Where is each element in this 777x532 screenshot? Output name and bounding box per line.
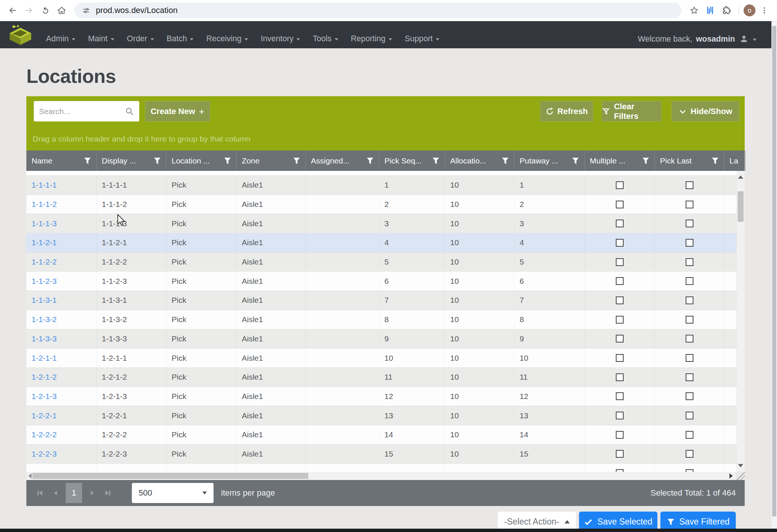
page-size-dropdown[interactable]: 500	[132, 483, 214, 503]
multiple-checkbox[interactable]	[616, 469, 624, 472]
table-row[interactable]: 1-1-2-11-1-2-1PickAisle14104	[26, 233, 737, 253]
pick-last-checkbox[interactable]	[686, 335, 693, 343]
scroll-up-arrow-icon[interactable]	[738, 175, 743, 179]
next-page-button[interactable]	[84, 485, 100, 501]
vertical-scrollbar[interactable]	[737, 171, 745, 472]
create-new-button[interactable]: Create New +	[145, 101, 210, 121]
previous-page-button[interactable]	[48, 485, 64, 501]
column-header[interactable]: Allocatio...	[445, 150, 514, 171]
pick-last-checkbox[interactable]	[686, 296, 693, 304]
table-row[interactable]: 1-1-3-21-1-3-2PickAisle18108	[26, 310, 737, 330]
table-row[interactable]	[26, 464, 737, 472]
last-page-button[interactable]	[100, 485, 116, 501]
pick-last-checkbox[interactable]	[686, 220, 693, 227]
page-scrollbar[interactable]	[771, 21, 777, 532]
column-header[interactable]: Pick Last	[655, 150, 724, 171]
vertical-scrollbar-thumb[interactable]	[738, 191, 744, 222]
nav-menu-item[interactable]: Order	[127, 34, 154, 45]
filter-funnel-icon[interactable]	[366, 157, 374, 165]
location-link[interactable]: 1-1-3-1	[32, 296, 57, 305]
filter-funnel-icon[interactable]	[84, 157, 91, 165]
search-icon[interactable]	[125, 107, 134, 116]
horizontal-scrollbar[interactable]	[26, 472, 745, 480]
filter-funnel-icon[interactable]	[293, 157, 300, 165]
column-header[interactable]: La	[724, 150, 745, 171]
forward-icon[interactable]	[22, 3, 36, 18]
horizontal-scrollbar-thumb[interactable]	[32, 473, 308, 479]
location-link[interactable]: 1-2-2-2	[32, 430, 57, 439]
reload-icon[interactable]	[38, 3, 53, 18]
location-link[interactable]: 1-1-2-2	[32, 257, 57, 266]
table-row[interactable]: 1-1-3-11-1-3-1PickAisle17107	[26, 291, 737, 310]
location-link[interactable]: 1-1-2-1	[32, 238, 57, 247]
pick-last-checkbox[interactable]	[686, 392, 693, 400]
filter-funnel-icon[interactable]	[153, 157, 161, 165]
site-info-icon[interactable]	[82, 6, 91, 15]
column-header[interactable]: Pick Seq...	[379, 150, 445, 171]
pick-last-checkbox[interactable]	[686, 201, 693, 208]
location-link[interactable]: 1-2-2-1	[32, 411, 57, 420]
location-link[interactable]: 1-1-2-3	[32, 277, 57, 286]
nav-menu-item[interactable]: Batch	[167, 34, 194, 45]
url-bar[interactable]: prod.wos.dev/Location	[74, 3, 682, 18]
location-link[interactable]: 1-1-1-3	[32, 219, 57, 228]
scroll-left-arrow-icon[interactable]	[28, 473, 32, 479]
multiple-checkbox[interactable]	[616, 181, 624, 189]
location-link[interactable]: 1-2-1-1	[32, 354, 57, 363]
filter-funnel-icon[interactable]	[432, 157, 440, 165]
column-header[interactable]: Name	[26, 150, 97, 171]
table-row[interactable]: 1-2-1-21-2-1-2PickAisle1111011	[26, 368, 737, 387]
menu-kebab-icon[interactable]	[757, 3, 772, 18]
column-header[interactable]: Putaway ...	[514, 150, 585, 171]
multiple-checkbox[interactable]	[616, 277, 624, 285]
filter-funnel-icon[interactable]	[224, 157, 231, 165]
multiple-checkbox[interactable]	[616, 258, 624, 266]
back-icon[interactable]	[5, 3, 20, 18]
nav-menu-item[interactable]: Support	[405, 34, 439, 45]
extension-n-icon[interactable]	[703, 3, 718, 18]
multiple-checkbox[interactable]	[616, 201, 624, 208]
refresh-button[interactable]: Refresh	[540, 101, 593, 121]
user-menu-caret-icon[interactable]	[753, 39, 757, 41]
nav-menu-item[interactable]: Reporting	[351, 34, 392, 45]
nav-menu-item[interactable]: Inventory	[261, 34, 300, 45]
table-row[interactable]: 1-1-2-21-1-2-2PickAisle15105	[26, 253, 737, 272]
nav-menu-item[interactable]: Tools	[313, 34, 338, 45]
clear-filters-button[interactable]: Clear Filters	[602, 101, 661, 121]
page-scrollbar-thumb[interactable]	[772, 26, 776, 516]
table-row[interactable]: 1-2-2-11-2-2-1PickAisle1131013	[26, 406, 737, 425]
extensions-puzzle-icon[interactable]	[719, 3, 734, 18]
current-page-button[interactable]: 1	[66, 483, 82, 503]
multiple-checkbox[interactable]	[616, 392, 624, 400]
multiple-checkbox[interactable]	[616, 239, 624, 247]
pick-last-checkbox[interactable]	[686, 469, 693, 472]
column-header[interactable]: Display ...	[97, 150, 166, 171]
multiple-checkbox[interactable]	[616, 373, 624, 381]
hide-show-button[interactable]: Hide/Show	[672, 101, 739, 121]
home-icon[interactable]	[54, 3, 69, 18]
user-icon[interactable]	[739, 34, 749, 44]
pick-last-checkbox[interactable]	[686, 181, 693, 189]
multiple-checkbox[interactable]	[616, 220, 624, 227]
table-row[interactable]: 1-2-1-31-2-1-3PickAisle1121012	[26, 387, 737, 406]
multiple-checkbox[interactable]	[616, 412, 624, 419]
pick-last-checkbox[interactable]	[686, 431, 693, 439]
multiple-checkbox[interactable]	[616, 450, 624, 458]
url-text[interactable]: prod.wos.dev/Location	[96, 6, 178, 15]
filter-funnel-icon[interactable]	[642, 157, 650, 165]
pick-last-checkbox[interactable]	[686, 258, 693, 266]
table-row[interactable]: 1-2-2-21-2-2-2PickAisle1141014	[26, 425, 737, 445]
multiple-checkbox[interactable]	[616, 335, 624, 343]
nav-menu-item[interactable]: Receiving	[206, 34, 248, 45]
first-page-button[interactable]	[32, 485, 48, 501]
location-link[interactable]: 1-2-1-2	[32, 373, 57, 382]
column-header[interactable]: Assigned...	[306, 150, 379, 171]
pick-last-checkbox[interactable]	[686, 354, 693, 362]
filter-funnel-icon[interactable]	[501, 157, 509, 165]
column-header[interactable]: Multiple ...	[585, 150, 655, 171]
table-row[interactable]: 1-1-1-21-1-1-2PickAisle12102	[26, 195, 737, 214]
filter-funnel-icon[interactable]	[572, 157, 579, 165]
filter-funnel-icon[interactable]	[711, 157, 719, 165]
pick-last-checkbox[interactable]	[686, 412, 693, 419]
location-link[interactable]: 1-2-2-3	[32, 450, 57, 458]
